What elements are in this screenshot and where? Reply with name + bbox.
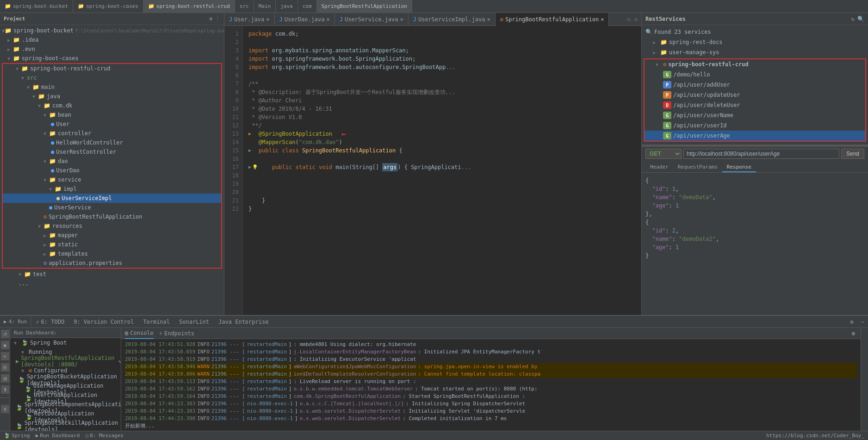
http-method-select[interactable]: GET POST PUT DELETE (645, 149, 682, 159)
close-icon[interactable]: × (326, 16, 329, 23)
close-icon[interactable]: × (266, 16, 269, 23)
bulb-icon[interactable]: 💡 (252, 163, 258, 171)
rest-item-updateuser[interactable]: P /api/user/updateUser (645, 90, 865, 100)
tree-item-userservice[interactable]: ● UserService (3, 203, 221, 212)
close-icon[interactable]: × (400, 16, 403, 23)
tree-view-button[interactable]: ⊞ (1, 374, 9, 383)
run-group-springboot[interactable]: ▼ 🍃 Spring Boot (10, 338, 121, 347)
console-subtab-endpoints[interactable]: ⚡ Endpoints (159, 328, 194, 339)
top-tab-bar[interactable]: 📁 spring-boot-bucket 📁 spring-boot-cases… (0, 0, 868, 13)
rest-item-spring-rest-docs[interactable]: ▶ 📁 spring-rest-docs (642, 37, 868, 47)
tree-item-service[interactable]: ▼ 📁 service (3, 175, 221, 184)
rest-item-deleteuser[interactable]: D /api/user/deleteUser (645, 100, 865, 110)
tree-item-test[interactable]: ▼ 📁 test (0, 270, 224, 279)
gear-icon[interactable]: ⋮ (215, 16, 220, 22)
rest-section-crud[interactable]: ▼ ⚙ spring-boot-restful-crud (645, 59, 865, 69)
top-tab-main[interactable]: Main (254, 0, 276, 13)
tree-item-cases[interactable]: ▼ 📁 spring-boot-cases (0, 54, 224, 63)
close-icon[interactable]: × (601, 16, 604, 23)
editor-tab-springbootapp[interactable]: ⚙ SpringBootRestfulApplication × (496, 13, 609, 26)
search-icon[interactable]: 🔍 (857, 16, 864, 22)
top-tab-app[interactable]: SpringBootRestfulApplication (317, 0, 412, 13)
console-settings-btn[interactable]: ⚙ (850, 330, 857, 337)
rest-item-demo-hello[interactable]: G /demo/hello (645, 69, 865, 80)
tree-item-controller[interactable]: ▼ 📁 controller (3, 129, 221, 138)
collapse-btn[interactable]: — (857, 319, 868, 325)
http-url-input[interactable] (683, 149, 839, 159)
tree-item-hwc[interactable]: ● HelloWorldController (3, 138, 221, 147)
tree-item-userserviceimpl[interactable]: ● UserServiceImpl (3, 194, 221, 203)
top-tab-spring-boot-bucket[interactable]: 📁 spring-boot-bucket (0, 0, 73, 13)
editor-tab-bar[interactable]: J User.java × J UserDao.java × J UserSer… (224, 13, 641, 26)
rest-item-userid[interactable]: G /api/user/userId (645, 120, 865, 131)
tree-item-impl[interactable]: ▼ 📁 impl (3, 184, 221, 194)
tree-item-src[interactable]: ▼ src (3, 73, 221, 82)
tree-item-dao[interactable]: ▼ 📁 dao (3, 157, 221, 166)
bottom-tab-sonar[interactable]: SonarLint (174, 316, 214, 328)
run-gutter-icon[interactable]: ▶ (248, 130, 251, 138)
list-view-button[interactable]: ☰ (1, 363, 9, 371)
editor-tab-userservice[interactable]: J UserService.java × (335, 13, 409, 26)
tree-item-mvn[interactable]: ▶ 📁 .mvn (0, 44, 224, 54)
tree-item-main[interactable]: ▼ 📁 main (3, 82, 221, 92)
tree-item-idea[interactable]: ▶ 📁 .idea (0, 35, 224, 44)
run-dashboard-status[interactable]: ▶ Run Dashboard (36, 433, 80, 439)
run-item-springbootrestful[interactable]: ▶ SpringBootRestfulApplication [devtools… (10, 357, 121, 366)
run-item-sbseckill[interactable]: 🍃 SpringBootSeckillApplication [devtools… (10, 421, 121, 431)
cog-icon[interactable]: ⚙ (209, 16, 212, 22)
filter-button[interactable]: ≡ (1, 352, 9, 360)
bottom-tab-java-enterprise[interactable]: Java Enterprise (214, 316, 273, 328)
response-tab-response[interactable]: Response (722, 163, 756, 172)
refresh-icon[interactable]: ↻ (851, 16, 855, 22)
collapse-all-button[interactable]: ⬆ (1, 385, 9, 394)
tree-item-appprops[interactable]: ⚙ application.properties (3, 258, 221, 268)
response-tab-requestparams[interactable]: RequestParams (673, 163, 722, 172)
rest-item-adduser[interactable]: P /api/user/addUser (645, 80, 865, 90)
editor-tab-userdao[interactable]: J UserDao.java × (275, 13, 335, 26)
rest-item-userage[interactable]: G /api/user/userAge (645, 131, 865, 141)
settings-btn[interactable]: ⚙ (847, 319, 857, 325)
tree-item-crud[interactable]: ▼ 📁 spring-boot-restful-crud (3, 64, 221, 73)
bottom-tab-terminal[interactable]: Terminal (138, 316, 174, 328)
send-button[interactable]: Send (841, 149, 864, 159)
tree-item-comdk[interactable]: ▼ 📁 com.dk (3, 101, 221, 110)
console-subtab-console[interactable]: ▤ Console (125, 328, 154, 339)
tree-item-urc[interactable]: ● UserRestController (3, 147, 221, 157)
run-dashboard-tab[interactable]: ▶ 4: Run (0, 316, 31, 328)
bottom-tab-vcs[interactable]: 9: Version Control (69, 316, 138, 328)
top-tab-src[interactable]: src (235, 0, 254, 13)
editor-tab-userserviceimpl[interactable]: J UserServiceImpl.java × (409, 13, 496, 26)
editor-tab-user[interactable]: J User.java × (224, 13, 275, 26)
run-gutter-icon3[interactable]: ▶ (248, 163, 251, 171)
response-tab-header[interactable]: Header (645, 163, 673, 172)
rest-item-username[interactable]: G /api/user/userName (645, 110, 865, 120)
pause-button[interactable]: ⏸ (1, 405, 9, 413)
tree-item-static[interactable]: ▶ 📁 static (3, 240, 221, 249)
top-tab-spring-boot-cases[interactable]: 📁 spring-boot-cases (73, 0, 143, 13)
tree-item-mapper[interactable]: ▶ 📁 mapper (3, 231, 221, 240)
messages-status[interactable]: ○ 0: Messages (85, 433, 123, 439)
top-tab-spring-boot-restful-crud[interactable]: 📁 spring-boot-restful-crud (143, 0, 235, 13)
rest-item-user-manage[interactable]: ▶ 📁 user-manage-sys (642, 47, 868, 57)
spring-status-icon[interactable]: 🍃 Spring (4, 433, 30, 439)
top-tab-com[interactable]: com (298, 0, 317, 13)
stop-button[interactable]: ■ (1, 341, 9, 349)
console-subtabs[interactable]: ▤ Console ⚡ Endpoints ⚙ (121, 328, 861, 339)
tree-item-templates[interactable]: ▶ 📁 templates (3, 249, 221, 258)
close-icon[interactable]: × (487, 16, 490, 23)
split-icon[interactable]: ⊟ (627, 16, 631, 23)
tree-item-java-folder[interactable]: ▼ 📁 java (3, 92, 221, 101)
tree-item-user[interactable]: ● User (3, 119, 221, 129)
tree-item-more[interactable]: ... (0, 279, 224, 288)
settings-icon[interactable]: ⚙ (634, 16, 638, 23)
tree-item-userdao[interactable]: ● UserDao (3, 166, 221, 175)
run-gutter-icon2[interactable]: ▶ (248, 146, 251, 155)
tree-item-resources[interactable]: ▼ 📁 resources (3, 221, 221, 231)
tree-root[interactable]: ▼ 📁 spring-boot-bucket F:\StudyCenter\Ja… (0, 26, 224, 35)
edit-icon[interactable]: ✎ (118, 359, 121, 364)
tree-item-bean[interactable]: ▼ 📁 bean (3, 110, 221, 119)
tree-item-springbootapp[interactable]: ⚙ SpringBootRestfulApplication (3, 212, 221, 221)
top-tab-java[interactable]: java (276, 0, 298, 13)
rerun-button[interactable]: ↺ (1, 330, 9, 338)
bottom-tab-bar[interactable]: ▶ 4: Run ✓ 6: TODO 9: Version Control Te… (0, 316, 868, 328)
